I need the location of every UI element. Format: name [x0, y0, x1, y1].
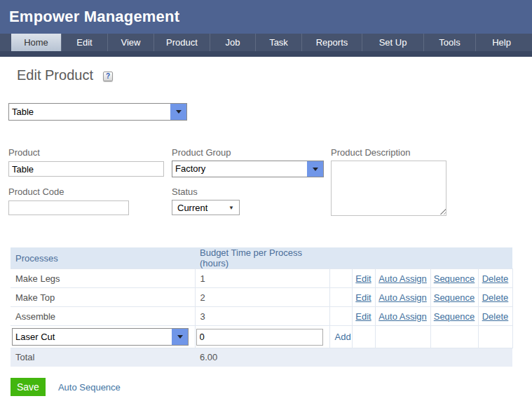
chevron-down-icon — [177, 335, 183, 339]
edit-link[interactable]: Edit — [355, 311, 371, 322]
process-table: Processes Budget Time per Process (hours… — [11, 247, 513, 367]
chevron-down-icon — [313, 168, 318, 171]
dropdown-arrow-button[interactable] — [172, 329, 188, 345]
nav-tab-help[interactable]: Help — [476, 34, 527, 51]
product-group-value: Factory — [172, 161, 307, 177]
page-title: Edit Product — [17, 67, 93, 83]
nav-tab-view[interactable]: View — [108, 34, 154, 51]
product-group-label: Product Group — [172, 147, 231, 158]
chevron-down-icon — [176, 110, 182, 114]
status-select[interactable]: Current ▼ — [172, 200, 240, 215]
nav-tab-job[interactable]: Job — [210, 34, 256, 51]
save-button[interactable]: Save — [11, 378, 46, 396]
sequence-link[interactable]: Sequence — [434, 311, 475, 322]
dropdown-arrow-button[interactable] — [170, 104, 186, 120]
product-description-label: Product Description — [331, 147, 410, 158]
process-name: Assemble — [11, 307, 195, 326]
nav-tab-task[interactable]: Task — [256, 34, 302, 51]
product-label: Product — [8, 147, 40, 158]
table-row: Make Top 2 Edit Auto Assign Sequence Del… — [11, 288, 512, 307]
main-nav: Home Edit View Product Job Task Reports … — [0, 34, 532, 51]
delete-link[interactable]: Delete — [482, 292, 509, 303]
product-group-dropdown[interactable]: Factory — [172, 161, 324, 177]
status-label: Status — [172, 186, 198, 197]
nav-tab-reports[interactable]: Reports — [302, 34, 362, 51]
app-header: Empower Management — [0, 0, 532, 34]
new-budget-input[interactable] — [196, 329, 323, 346]
app-title: Empower Management — [9, 8, 179, 26]
column-header-processes: Processes — [11, 247, 195, 269]
product-code-input[interactable] — [8, 200, 129, 215]
product-selector-value: Table — [9, 104, 170, 120]
table-row: Make Legs 1 Edit Auto Assign Sequence De… — [11, 269, 512, 288]
auto-assign-link[interactable]: Auto Assign — [378, 292, 427, 303]
budget-value: 2 — [195, 288, 329, 307]
nav-tab-edit[interactable]: Edit — [62, 34, 108, 51]
product-input[interactable] — [8, 161, 164, 177]
budget-value: 3 — [195, 307, 329, 326]
table-header-row: Processes Budget Time per Process (hours… — [11, 247, 512, 269]
nav-tab-home[interactable]: Home — [11, 34, 62, 51]
process-name: Make Top — [11, 288, 195, 307]
help-icon[interactable]: ? — [103, 72, 113, 81]
product-code-label: Product Code — [8, 186, 64, 197]
auto-assign-link[interactable]: Auto Assign — [378, 311, 427, 322]
sequence-link[interactable]: Sequence — [434, 273, 475, 284]
total-row: Total 6.00 — [11, 348, 512, 367]
budget-value: 1 — [195, 269, 329, 288]
edit-link[interactable]: Edit — [355, 273, 371, 284]
footer-actions: Save Auto Sequence — [11, 378, 121, 396]
auto-sequence-link[interactable]: Auto Sequence — [58, 382, 121, 393]
nav-tab-tools[interactable]: Tools — [424, 34, 476, 51]
new-process-dropdown[interactable]: Laser Cut — [12, 328, 189, 346]
delete-link[interactable]: Delete — [482, 273, 509, 284]
edit-link[interactable]: Edit — [355, 292, 371, 303]
sequence-link[interactable]: Sequence — [434, 292, 475, 303]
chevron-down-icon: ▼ — [229, 205, 234, 211]
add-link[interactable]: Add — [330, 332, 351, 342]
total-label: Total — [11, 348, 195, 367]
dropdown-arrow-button[interactable] — [307, 161, 323, 177]
status-value: Current — [177, 203, 207, 213]
auto-assign-link[interactable]: Auto Assign — [378, 273, 427, 284]
nav-bottom-strip — [0, 51, 532, 57]
add-process-row: Laser Cut Add — [11, 326, 512, 348]
page-title-row: Edit Product ? — [17, 67, 113, 83]
nav-tab-product[interactable]: Product — [154, 34, 210, 51]
column-header-budget: Budget Time per Process (hours) — [195, 247, 329, 269]
delete-link[interactable]: Delete — [482, 311, 509, 322]
process-name: Make Legs — [11, 269, 195, 288]
nav-tab-setup[interactable]: Set Up — [362, 34, 424, 51]
product-description-textarea[interactable] — [331, 161, 446, 216]
total-value: 6.00 — [195, 348, 329, 367]
new-process-value: Laser Cut — [13, 329, 172, 345]
product-selector-dropdown[interactable]: Table — [8, 103, 187, 121]
table-row: Assemble 3 Edit Auto Assign Sequence Del… — [11, 307, 512, 326]
